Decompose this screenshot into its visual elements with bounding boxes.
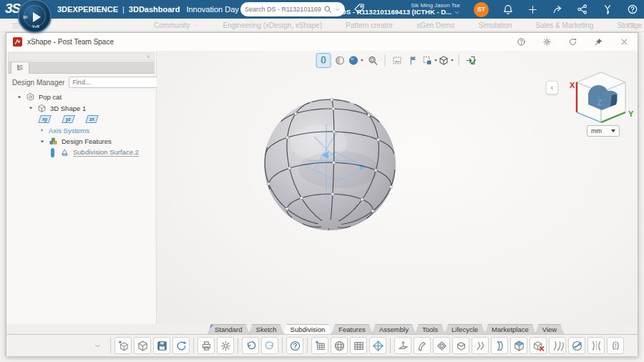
compass-widget[interactable]: 3D V+R bbox=[18, 0, 52, 33]
new-part-button[interactable] bbox=[114, 337, 132, 354]
search-scope-chevron-icon[interactable] bbox=[334, 6, 341, 13]
close-surface-button[interactable] bbox=[510, 337, 527, 354]
dashboard-name[interactable]: Innovation Day bbox=[186, 5, 238, 14]
mirror-button[interactable] bbox=[587, 337, 605, 354]
selection-mode-button[interactable] bbox=[423, 53, 438, 68]
align-button[interactable] bbox=[568, 337, 585, 354]
view-compass-cube[interactable]: X Y Z bbox=[567, 68, 635, 131]
delete-face-button[interactable] bbox=[452, 337, 469, 354]
undo-button[interactable] bbox=[242, 337, 259, 354]
tree-row-subdivision-surface-2[interactable]: Subdivision Surface.2 bbox=[8, 147, 155, 159]
ribbon-tab-features[interactable]: Features bbox=[331, 324, 373, 334]
dashboard-tab-simulation[interactable]: Simulation bbox=[479, 21, 512, 29]
tab-design-tree[interactable] bbox=[11, 62, 29, 74]
dashboard-tab-engineering-xdesign-xshape[interactable]: Engineering (xDesign, xShape) bbox=[223, 21, 322, 29]
update-button[interactable] bbox=[172, 337, 190, 354]
dashboard-tab-xgen-demo[interactable]: xGen Demo bbox=[416, 21, 454, 29]
tree-row-design-features[interactable]: Design Features bbox=[8, 136, 155, 147]
window-titlebar: xShape - Post Team Space bbox=[6, 33, 638, 51]
chat-icon[interactable] bbox=[627, 21, 635, 30]
collapse-caret-icon[interactable] bbox=[28, 105, 34, 111]
avatar[interactable]: ST bbox=[474, 2, 489, 17]
collapse-caret-icon[interactable] bbox=[16, 94, 22, 100]
subdivision-grid-button[interactable] bbox=[350, 337, 367, 354]
panel-tab-strip bbox=[8, 62, 155, 74]
search-input[interactable] bbox=[245, 6, 321, 13]
plane-zx-icon[interactable]: zx bbox=[85, 115, 99, 123]
dashboard-tab-pattern-creator[interactable]: Pattern creator bbox=[346, 21, 393, 29]
sweep-button[interactable] bbox=[549, 337, 566, 354]
panel-collapse-button[interactable]: ‹ bbox=[147, 53, 150, 61]
swym-icon[interactable] bbox=[602, 4, 613, 15]
render-style-button[interactable] bbox=[349, 53, 364, 68]
tree-row-planes[interactable]: xyyzzx bbox=[8, 114, 155, 125]
annotate-button[interactable] bbox=[406, 53, 421, 68]
expand-caret-icon[interactable] bbox=[39, 127, 45, 133]
toolbar-collapse-icon[interactable] bbox=[94, 342, 102, 350]
share-arrow-icon[interactable] bbox=[552, 4, 563, 15]
help-button[interactable] bbox=[286, 337, 303, 354]
help-button[interactable] bbox=[517, 37, 526, 47]
find-input[interactable] bbox=[69, 79, 159, 86]
new-subdivision-button[interactable] bbox=[311, 337, 328, 354]
delete-body-button[interactable] bbox=[530, 337, 547, 354]
close-button[interactable] bbox=[620, 37, 629, 47]
dashboard-tab-community[interactable]: Community bbox=[154, 21, 200, 29]
tree-row-axis-systems[interactable]: Axis Systems bbox=[8, 125, 155, 137]
subdivision-sphere-button[interactable] bbox=[331, 337, 348, 354]
open-button[interactable] bbox=[134, 337, 151, 354]
zoom-fit-button[interactable] bbox=[366, 53, 381, 68]
panel-title: Design Manager bbox=[12, 79, 64, 87]
ribbon-tab-subdivision[interactable]: Subdivision bbox=[283, 324, 333, 334]
chevron-down-icon[interactable] bbox=[360, 58, 365, 63]
brand-primary: 3DEXPERIENCE bbox=[57, 5, 118, 14]
collapse-caret-icon[interactable] bbox=[39, 139, 45, 145]
ribbon-tab-view[interactable]: View bbox=[535, 324, 564, 334]
settings-button[interactable] bbox=[542, 37, 552, 47]
pin-button[interactable] bbox=[594, 37, 603, 47]
modify-cage-button[interactable] bbox=[369, 337, 386, 354]
refresh-button[interactable] bbox=[568, 37, 577, 47]
plane-yz-icon[interactable]: yz bbox=[62, 115, 75, 123]
view-mode-button[interactable] bbox=[439, 53, 454, 68]
save-button[interactable] bbox=[153, 337, 170, 354]
user-menu[interactable]: Sik Ming Jason Tse DS - R1132101169413 (… bbox=[341, 2, 460, 16]
print-button[interactable] bbox=[197, 337, 215, 354]
ribbon-tab-tools[interactable]: Tools bbox=[415, 324, 445, 334]
chevron-down-icon[interactable] bbox=[434, 58, 439, 63]
insert-loop-button[interactable] bbox=[433, 337, 450, 354]
options-button[interactable] bbox=[217, 337, 234, 354]
search-box[interactable] bbox=[240, 2, 345, 16]
bend-button[interactable] bbox=[414, 337, 431, 354]
thicken-button[interactable] bbox=[491, 337, 508, 354]
chevron-down-icon[interactable] bbox=[450, 58, 455, 63]
model-subdivision-surface[interactable] bbox=[258, 92, 401, 235]
ribbon-tab-lifecycle[interactable]: Lifecycle bbox=[444, 324, 485, 334]
share-network-icon[interactable] bbox=[577, 4, 588, 15]
tree-icon bbox=[16, 64, 24, 72]
caret-down-icon bbox=[611, 129, 615, 132]
symmetry-button[interactable] bbox=[607, 337, 624, 354]
search-icon[interactable] bbox=[323, 5, 332, 14]
dashboard-tab-sales-marketing[interactable]: Sales & Marketing bbox=[535, 21, 593, 29]
ribbon-tab-sketch[interactable]: Sketch bbox=[249, 324, 284, 334]
3d-viewport[interactable]: ‹ X Y bbox=[157, 51, 638, 324]
notifications-bell-icon[interactable] bbox=[502, 4, 514, 15]
ribbon-tab-standard[interactable]: Standard bbox=[208, 324, 250, 334]
pull-face-button[interactable] bbox=[394, 337, 411, 354]
bridge-button[interactable] bbox=[472, 337, 489, 354]
ribbon-tab-assembly[interactable]: Assembly bbox=[372, 324, 416, 334]
exit-app-button[interactable] bbox=[464, 53, 479, 68]
ribbon-tab-marketplace[interactable]: Marketplace bbox=[484, 324, 536, 334]
help-icon[interactable] bbox=[627, 4, 638, 15]
capture-button[interactable] bbox=[390, 53, 405, 68]
right-panel-collapse-button[interactable]: ‹ bbox=[546, 81, 558, 94]
shaded-view-button[interactable] bbox=[333, 53, 348, 68]
units-dropdown[interactable]: mm bbox=[587, 125, 620, 137]
plane-xy-icon[interactable]: xy bbox=[38, 115, 52, 123]
tree-row-3d-shape-1[interactable]: 3D Shape 1 bbox=[8, 103, 155, 114]
subdivision-tool-button[interactable] bbox=[316, 53, 331, 68]
add-content-icon[interactable] bbox=[527, 4, 538, 15]
tree-row-pop-cat[interactable]: Pop cat bbox=[8, 92, 155, 103]
redo-button[interactable] bbox=[261, 337, 278, 354]
